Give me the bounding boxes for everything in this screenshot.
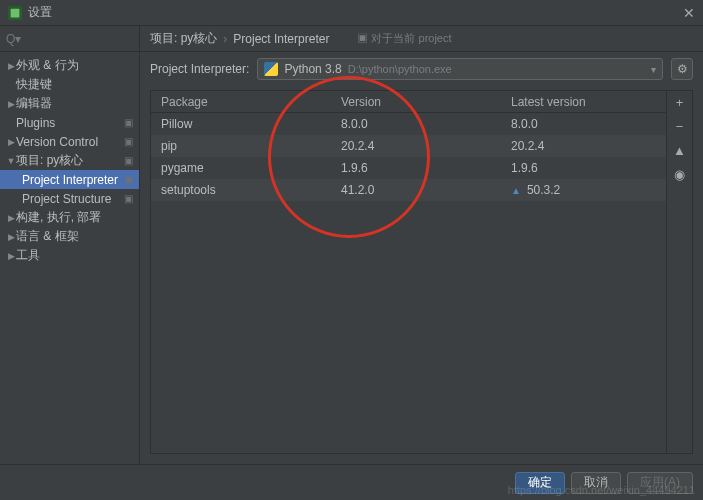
interpreter-name: Python 3.8 <box>284 62 341 76</box>
sidebar-item-project-structure[interactable]: Project Structure▣ <box>0 189 139 208</box>
window-title: 设置 <box>28 4 683 21</box>
packages-toolbar: + − ▲ ◉ <box>666 91 692 453</box>
close-icon[interactable]: ✕ <box>683 5 695 21</box>
gear-icon: ⚙ <box>677 62 688 76</box>
titlebar: 设置 ✕ <box>0 0 703 26</box>
main-panel: 项目: py核心 › Project Interpreter ▣ 对于当前 pr… <box>140 26 703 464</box>
col-package[interactable]: Package <box>161 95 341 109</box>
col-version[interactable]: Version <box>341 95 511 109</box>
sidebar-item-editor[interactable]: ▶编辑器 <box>0 94 139 113</box>
table-row[interactable]: setuptools 41.2.0 ▲50.3.2 <box>151 179 666 201</box>
sidebar-item-project-interpreter[interactable]: Project Interpreter▣ <box>0 170 139 189</box>
table-row[interactable]: pygame 1.9.6 1.9.6 <box>151 157 666 179</box>
sidebar: ▶外观 & 行为 快捷键 ▶编辑器 Plugins▣ ▶Version Cont… <box>0 26 140 464</box>
show-early-releases-button[interactable]: ◉ <box>672 167 688 183</box>
table-row[interactable]: pip 20.2.4 20.2.4 <box>151 135 666 157</box>
breadcrumb: 项目: py核心 › Project Interpreter ▣ 对于当前 pr… <box>140 26 703 52</box>
interpreter-settings-button[interactable]: ⚙ <box>671 58 693 80</box>
project-tag-icon: ▣ <box>124 117 133 128</box>
project-tag-icon: ▣ <box>124 193 133 204</box>
packages-table: Package Version Latest version Pillow 8.… <box>151 91 666 453</box>
breadcrumb-root: 项目: py核心 <box>150 30 217 47</box>
packages-header: Package Version Latest version <box>151 91 666 113</box>
chevron-down-icon: ▾ <box>651 64 656 75</box>
table-row[interactable]: Pillow 8.0.0 8.0.0 <box>151 113 666 135</box>
remove-package-button[interactable]: − <box>672 119 688 135</box>
app-icon <box>8 6 22 20</box>
sidebar-item-build[interactable]: ▶构建, 执行, 部署 <box>0 208 139 227</box>
interpreter-path: D:\python\python.exe <box>348 63 452 75</box>
upgrade-package-button[interactable]: ▲ <box>672 143 688 159</box>
breadcrumb-project-note: ▣ 对于当前 project <box>357 31 451 46</box>
project-tag-icon: ▣ <box>124 155 133 166</box>
sidebar-item-vcs[interactable]: ▶Version Control▣ <box>0 132 139 151</box>
settings-tree: ▶外观 & 行为 快捷键 ▶编辑器 Plugins▣ ▶Version Cont… <box>0 52 139 265</box>
chevron-right-icon: › <box>223 32 227 46</box>
upgrade-available-icon: ▲ <box>511 185 521 196</box>
sidebar-item-languages[interactable]: ▶语言 & 框架 <box>0 227 139 246</box>
interpreter-row: Project Interpreter: Python 3.8 D:\pytho… <box>140 52 703 86</box>
col-latest[interactable]: Latest version <box>511 95 666 109</box>
sidebar-item-plugins[interactable]: Plugins▣ <box>0 113 139 132</box>
project-tag-icon: ▣ <box>124 136 133 147</box>
search-box[interactable] <box>0 26 139 52</box>
search-input[interactable] <box>6 32 133 46</box>
project-tag-icon: ▣ <box>124 174 133 185</box>
breadcrumb-leaf: Project Interpreter <box>233 32 329 46</box>
add-package-button[interactable]: + <box>672 95 688 111</box>
interpreter-label: Project Interpreter: <box>150 62 249 76</box>
svg-rect-1 <box>11 8 20 17</box>
watermark: https://blog.csdn.net/weixin_44494211 <box>508 484 695 496</box>
sidebar-item-keymap[interactable]: 快捷键 <box>0 75 139 94</box>
interpreter-select[interactable]: Python 3.8 D:\python\python.exe ▾ <box>257 58 663 80</box>
packages-area: Package Version Latest version Pillow 8.… <box>150 90 693 454</box>
sidebar-item-project[interactable]: ▼项目: py核心▣ <box>0 151 139 170</box>
sidebar-item-appearance[interactable]: ▶外观 & 行为 <box>0 56 139 75</box>
sidebar-item-tools[interactable]: ▶工具 <box>0 246 139 265</box>
python-icon <box>264 62 278 76</box>
